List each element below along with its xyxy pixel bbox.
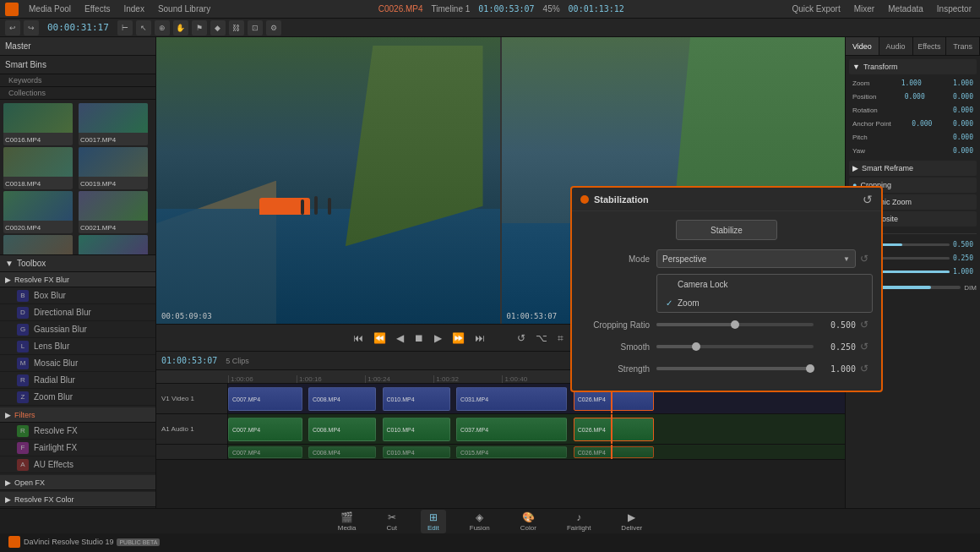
deliver-tab[interactable]: ▶ Deliver	[614, 510, 649, 533]
out-point-btn[interactable]: ⌗	[555, 332, 566, 344]
thumb-c0017[interactable]: C0017.MP4	[79, 103, 148, 145]
extra-c008[interactable]: C008.MP4	[308, 446, 376, 458]
play-reverse-btn[interactable]: ◀	[394, 332, 406, 344]
gaussian-blur-item[interactable]: GGaussian Blur	[0, 321, 155, 338]
resolve-fx-item[interactable]: RResolve FX	[0, 423, 155, 440]
marker-btn[interactable]: ◆	[210, 20, 226, 36]
keywords-item[interactable]: Keywords	[0, 74, 155, 87]
blade-btn[interactable]: ⊢	[117, 20, 133, 36]
audio-c037[interactable]: C037.MP4	[456, 418, 567, 441]
quick-export-btn[interactable]: Quick Export	[788, 3, 843, 14]
sound-library-btn[interactable]: Sound Library	[155, 3, 214, 14]
index-btn[interactable]: Index	[120, 3, 147, 14]
yaw-val: 0.000	[953, 147, 973, 155]
select-btn[interactable]: ↖	[136, 20, 151, 36]
play-btn[interactable]: ▶	[432, 332, 444, 344]
audio-c008[interactable]: C008.MP4	[308, 418, 376, 441]
audio-tab[interactable]: Audio	[879, 37, 913, 55]
mosaic-blur-item[interactable]: MMosaic Blur	[0, 355, 155, 372]
popup-reset-main-btn[interactable]: ↺	[863, 193, 873, 206]
aces-item[interactable]: AACES Transform	[0, 507, 155, 508]
edit-tab[interactable]: ⊞ Edit	[421, 510, 446, 533]
audio-c010[interactable]: C010.MP4	[383, 418, 450, 441]
resolve-fx-color-header[interactable]: ▶ Resolve FX Color	[0, 492, 155, 507]
step-back-btn[interactable]: ⏪	[371, 332, 389, 344]
media-pool-btn[interactable]: Media Pool	[25, 3, 74, 14]
strength-slider[interactable]	[656, 367, 814, 370]
clip-filename: C0026.MP4	[378, 4, 423, 14]
go-end-btn[interactable]: ⏭	[472, 332, 487, 344]
stabilize-button[interactable]: Stabilize	[676, 220, 777, 240]
hand-btn[interactable]: ✋	[173, 20, 188, 36]
audio-c026[interactable]: C026.MP4	[574, 418, 654, 441]
open-fx-header[interactable]: ▶ Open FX	[0, 475, 155, 490]
collections-item[interactable]: Collections	[0, 87, 155, 100]
video-tab[interactable]: Video	[846, 37, 879, 55]
extra-c007[interactable]: C007.MP4	[228, 446, 302, 458]
thumb-c0020[interactable]: C0020.MP4	[3, 191, 73, 233]
effects-tab[interactable]: Effects	[913, 37, 947, 55]
lens-blur-item[interactable]: LLens Blur	[0, 338, 155, 355]
flag-btn[interactable]: ⚑	[192, 20, 207, 36]
directional-blur-item[interactable]: DDirectional Blur	[0, 304, 155, 321]
metadata-btn[interactable]: Metadata	[885, 3, 927, 14]
inspector-btn[interactable]: Inspector	[934, 3, 975, 14]
fairlight-fx-item[interactable]: FFairlight FX	[0, 440, 155, 456]
cropping-reset-btn[interactable]: ↺	[856, 316, 873, 333]
cropping-slider[interactable]	[656, 323, 814, 326]
in-point-btn[interactable]: ⌥	[533, 332, 550, 344]
extra-c010[interactable]: C010.MP4	[383, 446, 450, 458]
zoom-btn[interactable]: ⊕	[155, 20, 170, 36]
mode-select[interactable]: Perspective ▼	[656, 249, 856, 268]
clip-c008[interactable]: C008.MP4	[308, 387, 376, 411]
link-btn[interactable]: ⛓	[229, 20, 244, 36]
smooth-slider[interactable]	[656, 345, 814, 348]
thumb-c0018[interactable]: C0018.MP4	[3, 147, 73, 189]
effects-btn[interactable]: Effects	[81, 3, 113, 14]
thumb-c0024[interactable]: C0024.MP4	[79, 235, 148, 254]
step-forward-btn[interactable]: ⏩	[449, 332, 467, 344]
trans-tab[interactable]: Trans	[946, 37, 980, 55]
clip-c010[interactable]: C010.MP4	[383, 387, 450, 411]
transform-header[interactable]: ▼ Transform	[849, 59, 977, 74]
audio-c007[interactable]: C007.MP4	[228, 418, 302, 441]
zoom-blur-item[interactable]: ZZoom Blur	[0, 389, 155, 406]
smart-reframe-header[interactable]: ▶Smart Reframe	[849, 161, 977, 176]
mode-reset-btn[interactable]: ↺	[856, 250, 873, 267]
settings-btn[interactable]: ⚙	[266, 20, 281, 36]
radial-blur-item[interactable]: RRadial Blur	[0, 372, 155, 389]
toolbox-label: Toolbox	[17, 259, 46, 268]
toolbox-header[interactable]: ▼ Toolbox	[0, 255, 155, 272]
extra-c026[interactable]: C026.MP4	[574, 446, 654, 458]
zoom-option[interactable]: ✓ Zoom	[657, 293, 872, 312]
clip-c007[interactable]: C007.MP4	[228, 387, 302, 411]
filters-header[interactable]: ▶ Filters	[0, 407, 155, 423]
resolve-fx-blur-header[interactable]: ▶ Resolve FX Blur	[0, 272, 155, 287]
thumb-c0023[interactable]: C0023.MP4	[3, 235, 73, 254]
stop-btn[interactable]: ⏹	[411, 332, 427, 344]
box-blur-item[interactable]: BBox Blur	[0, 287, 155, 304]
thumb-c0016[interactable]: C0016.MP4	[3, 103, 73, 145]
redo-btn[interactable]: ↪	[24, 20, 39, 36]
media-tab[interactable]: 🎬 Media	[331, 510, 363, 533]
strength-reset-btn[interactable]: ↺	[856, 360, 873, 377]
app-logo	[5, 3, 19, 16]
undo-btn[interactable]: ↩	[5, 20, 20, 36]
loop-btn[interactable]: ↺	[514, 332, 528, 344]
camera-lock-option[interactable]: Camera Lock	[657, 275, 872, 293]
au-effects-item[interactable]: AAU Effects	[0, 456, 155, 473]
fairlight-tab[interactable]: ♪ Fairlight	[560, 510, 597, 533]
thumb-c0019[interactable]: C0019.MP4	[79, 147, 148, 189]
smooth-reset-btn[interactable]: ↺	[856, 338, 873, 355]
mixer-btn[interactable]: Mixer	[851, 3, 878, 14]
thumb-c0021[interactable]: C0021.MP4	[79, 191, 148, 233]
fusion-tab[interactable]: ◈ Fusion	[463, 510, 497, 533]
extra-c015[interactable]: C015.MP4	[456, 446, 567, 458]
cut-tab[interactable]: ✂ Cut	[380, 510, 404, 533]
clip-c031[interactable]: C031.MP4	[456, 387, 567, 411]
mode-row: Mode Perspective ▼ ↺	[580, 249, 873, 269]
color-tab[interactable]: 🎨 Color	[514, 510, 543, 533]
go-start-btn[interactable]: ⏮	[351, 332, 366, 344]
timeline-timecode: 00:00:31:17	[42, 22, 114, 33]
snap-btn[interactable]: ⊡	[248, 20, 263, 36]
